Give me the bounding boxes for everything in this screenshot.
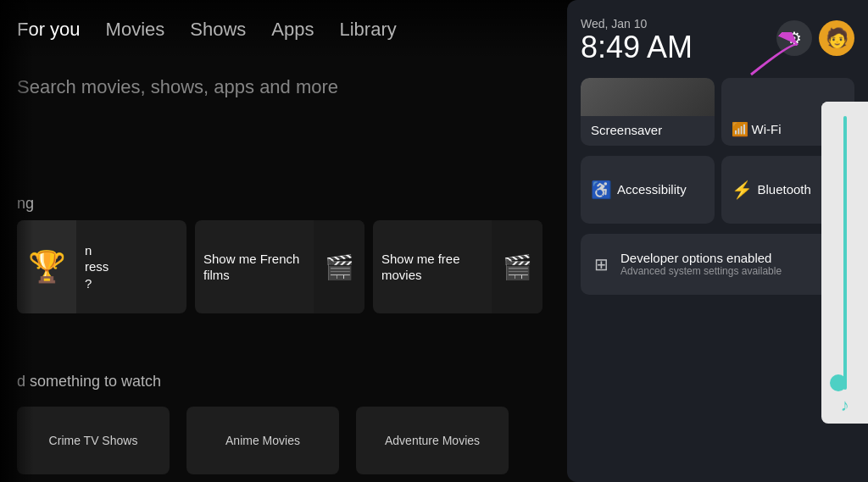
gear-icon: ⚙ [787,28,802,48]
overlay-panel: Wed, Jan 10 8:49 AM ⚙ 🧑 Screensaver [567,0,868,482]
music-note-icon: ♪ [841,396,849,415]
volume-slider[interactable]: ♪ [821,102,868,424]
panel-header: Wed, Jan 10 8:49 AM ⚙ 🧑 [581,17,854,68]
time-display: 8:49 AM [581,30,693,64]
accessibility-icon: ♿ [591,180,612,200]
volume-fill [843,116,847,390]
nav-item-shows[interactable]: Shows [190,19,246,41]
nav-item-library[interactable]: Library [339,19,396,41]
bottom-card-anime[interactable]: Anime Movies [186,407,339,474]
wifi-icon: 📶 [732,121,748,137]
card-free-movies[interactable]: Show me free movies 🎬 [373,220,542,313]
date-display: Wed, Jan 10 [581,17,693,30]
bottom-card-anime-label: Anime Movies [225,434,300,447]
nav-item-apps[interactable]: Apps [271,19,314,41]
wifi-label: Wi-Fi [752,122,782,136]
developer-sub: Advanced system settings available [620,265,782,277]
header-icons: ⚙ 🧑 [776,20,854,56]
accessibility-label: Accessibility [617,182,687,197]
developer-icon: ⊞ [594,254,609,274]
search-placeholder: Search movies, shows, apps and more [17,76,338,97]
section1-title: ng [17,195,34,213]
bluetooth-label: Bluetooth [758,182,811,197]
bottom-cards-row: Crime TV Shows Anime Movies Adventure Mo… [0,407,526,474]
accessibility-row: ♿ Accessibility [591,180,687,200]
bluetooth-icon: ⚡ [732,180,753,200]
bottom-card-adventure[interactable]: Adventure Movies [356,407,509,474]
bluetooth-row: ⚡ Bluetooth [732,180,811,200]
card-french-films[interactable]: Show me French films 🎬 [195,220,364,313]
bottom-card-adventure-label: Adventure Movies [385,434,480,447]
cards-row: 🏆 nress? Show me French films 🎬 Show me … [0,220,559,313]
avatar-button[interactable]: 🧑 [819,20,854,56]
volume-track [821,102,868,424]
developer-options-tile[interactable]: ⊞ Developer options enabled Advanced sys… [581,234,854,295]
nav-item-movies[interactable]: Movies [106,19,165,41]
quick-tiles-row2: ♿ Accessibility ⚡ Bluetooth [581,156,854,224]
trophy-icon: 🏆 [17,220,76,313]
card-trophy-text: nress? [76,234,186,301]
accessibility-tile[interactable]: ♿ Accessibility [581,156,715,224]
developer-text-block: Developer options enabled Advanced syste… [620,251,782,277]
nav-item-foryou[interactable]: For you [17,19,81,41]
screensaver-label: Screensaver [591,123,662,137]
date-time-block: Wed, Jan 10 8:49 AM [581,17,693,64]
volume-thumb[interactable] [830,374,847,391]
search-bar[interactable]: Search movies, shows, apps and more [17,76,338,98]
quick-tiles-row1: Screensaver 📶 Wi-Fi [581,78,854,146]
card-trophy[interactable]: 🏆 nress? [17,220,186,313]
bottom-section-title: d something to watch [17,373,161,391]
nav-bar: For you Movies Shows Apps Library [0,0,576,59]
card-free-movies-text: Show me free movies [373,242,492,292]
reel-icon-1: 🎬 [314,220,364,313]
screensaver-tile[interactable]: Screensaver [581,78,715,146]
settings-button[interactable]: ⚙ [776,20,812,56]
bottom-card-crime[interactable]: Crime TV Shows [17,407,170,474]
reel-icon-2: 🎬 [492,220,542,313]
screensaver-preview [581,78,715,116]
card-french-films-text: Show me French films [195,242,314,292]
bottom-card-crime-label: Crime TV Shows [49,434,138,447]
avatar-icon: 🧑 [826,27,849,49]
developer-title: Developer options enabled [620,251,782,265]
wifi-row: 📶 Wi-Fi [732,121,782,137]
